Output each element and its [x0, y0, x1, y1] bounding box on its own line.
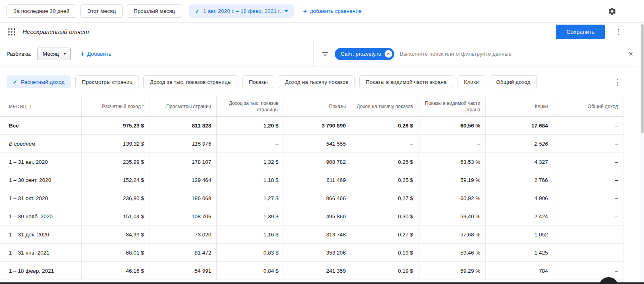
- report-more-options-icon[interactable]: ⋮: [612, 28, 625, 36]
- sort-ascending-icon: ↑: [29, 103, 32, 109]
- column-header[interactable]: Расчетный доход *: [81, 97, 149, 117]
- cell: 152,24 $: [81, 171, 149, 189]
- metric-chip-1[interactable]: ✓Расчетный доход: [6, 75, 71, 88]
- cell: 0,83 $: [216, 244, 284, 262]
- cell: 1,20 $: [216, 117, 284, 135]
- filter-search-input[interactable]: [400, 51, 621, 57]
- metric-chip-label: Клики: [464, 79, 479, 85]
- cell: 0,84 $: [216, 262, 284, 280]
- table-row: 1 – 31 окт. 2020236,80 $186 0681,27 $866…: [0, 189, 623, 207]
- cell: 73 020: [149, 226, 216, 244]
- save-button[interactable]: Сохранить: [556, 25, 605, 39]
- preset-last-30-days-button[interactable]: За последние 30 дней: [6, 4, 76, 18]
- cell: 1,32 $: [216, 153, 284, 171]
- cell: –: [553, 117, 623, 135]
- cell: 139,32 $: [81, 135, 149, 153]
- settings-button[interactable]: [608, 7, 617, 16]
- add-comparison-button[interactable]: + добавить сравнение: [303, 8, 362, 15]
- breakdown-select[interactable]: Месяц: [37, 48, 71, 60]
- filter-search-section: Сайт: prozvety.ru ✕ ✕: [314, 41, 644, 67]
- cell: 59,29 %: [418, 262, 485, 280]
- metric-chip-3[interactable]: Доход за тыс. показов страницы: [143, 75, 238, 88]
- column-header[interactable]: Общий доход: [553, 97, 623, 117]
- add-breakdown-button[interactable]: + Добавить: [81, 50, 112, 57]
- cell: 784: [485, 262, 553, 280]
- metric-chip-4[interactable]: Показы: [242, 75, 274, 88]
- scrollbar-thumb[interactable]: [641, 24, 644, 133]
- column-header[interactable]: Доход за тыс. показов страницы: [216, 97, 284, 117]
- column-header[interactable]: Показы: [284, 97, 351, 117]
- table-row: 1 – 31 янв. 202168,01 $81 4720,83 $353 2…: [0, 244, 623, 262]
- cell: –: [553, 226, 623, 244]
- site-filter-label: Сайт: prozvety.ru: [341, 51, 381, 57]
- cell: 81 472: [149, 244, 216, 262]
- cell: 1,16 $: [216, 226, 284, 244]
- row-label: 1 – 18 февр. 2021: [0, 262, 81, 280]
- table-header-row: МЕСЯЦ↑Расчетный доход *Просмотры страниц…: [0, 97, 623, 117]
- cell: 1,27 $: [216, 189, 284, 207]
- metric-chip-5[interactable]: Доход на тысячу показов: [279, 75, 355, 88]
- column-header-label: Показы: [329, 104, 346, 109]
- gear-icon: [608, 7, 617, 16]
- cell: 0,26 $: [351, 153, 418, 171]
- column-header[interactable]: МЕСЯЦ↑: [0, 97, 81, 117]
- cell: 975,23 $: [81, 117, 149, 135]
- row-label: 1 – 31 окт. 2020: [0, 189, 81, 207]
- cell: –: [418, 135, 485, 153]
- cell: –: [553, 135, 623, 153]
- cell: –: [553, 262, 623, 280]
- row-label: 1 – 31 дек. 2020: [0, 226, 81, 244]
- column-header[interactable]: Показы в видимой части экрана: [418, 97, 485, 117]
- cell: 178 107: [149, 153, 216, 171]
- column-header[interactable]: Просмотры страниц: [149, 97, 216, 117]
- date-range-label: 1 авг. 2020 г. – 18 февр. 2021 г.: [203, 8, 281, 14]
- column-header-label: Клики: [535, 104, 548, 109]
- cell: 908 782: [284, 153, 351, 171]
- metric-chip-6[interactable]: Показы в видимой части экрана: [359, 75, 453, 88]
- table-row: Все975,23 $811 8281,20 $3 790 8900,26 $6…: [0, 117, 623, 135]
- cell: 59,46 %: [418, 244, 485, 262]
- column-header[interactable]: Клики: [485, 97, 553, 117]
- cell: 1 052: [485, 226, 553, 244]
- cell: 0,27 $: [351, 226, 418, 244]
- close-icon: ✕: [387, 52, 390, 56]
- vertical-scrollbar[interactable]: [640, 23, 644, 284]
- cell: 0,27 $: [351, 189, 418, 207]
- column-header-label: Просмотры страниц: [166, 104, 211, 109]
- breakdown-section: Разбивка: Месяц + Добавить: [0, 41, 314, 67]
- apps-grid-icon[interactable]: [8, 28, 15, 36]
- preset-this-month-button[interactable]: Этот месяц: [80, 4, 122, 18]
- cell: 0,25 $: [351, 171, 418, 189]
- metrics-more-options-icon[interactable]: ⋮: [611, 78, 624, 86]
- site-filter-chip[interactable]: Сайт: prozvety.ru ✕: [335, 48, 394, 60]
- cell: 1 425: [485, 244, 553, 262]
- cell: –: [553, 153, 623, 171]
- metric-chip-7[interactable]: Клики: [458, 75, 485, 88]
- plus-icon: +: [81, 50, 85, 57]
- metric-chip-2[interactable]: Просмотры страниц: [75, 75, 139, 88]
- breakdown-label: Разбивка:: [6, 51, 31, 57]
- column-header-label: Показы в видимой части экрана: [425, 100, 480, 113]
- filter-bar: Разбивка: Месяц + Добавить Сайт: prozvet…: [0, 41, 644, 67]
- date-range-selector[interactable]: ✓ 1 авг. 2020 г. – 18 февр. 2021 г.: [189, 4, 294, 18]
- row-label: 1 – 30 нояб. 2020: [0, 207, 81, 226]
- cell: 2 526: [485, 135, 553, 153]
- cell: 46,16 $: [81, 262, 149, 280]
- column-header[interactable]: Доход на тысячу показов: [351, 97, 418, 117]
- table-row: 1 – 30 сент. 2020152,24 $129 4641,18 $61…: [0, 171, 623, 189]
- plus-icon: +: [303, 8, 307, 15]
- row-label: Все: [0, 117, 81, 135]
- cell: 241 359: [284, 262, 351, 280]
- report-title: Несохраненный отчет: [23, 28, 89, 35]
- cell: –: [216, 135, 284, 153]
- column-header-label: Доход на тысячу показов: [357, 104, 413, 109]
- clear-filter-icon[interactable]: ✕: [627, 48, 635, 59]
- cell: 495 860: [284, 207, 351, 226]
- metric-chip-label: Показы: [249, 79, 268, 85]
- remove-site-filter-button[interactable]: ✕: [385, 50, 392, 58]
- cell: 57,68 %: [418, 226, 485, 244]
- cell: 0,19 $: [351, 262, 418, 280]
- cell: 236,80 $: [81, 189, 149, 207]
- metric-chip-8[interactable]: Общий доход: [490, 75, 537, 88]
- preset-last-month-button[interactable]: Прошлый месяц: [127, 4, 182, 18]
